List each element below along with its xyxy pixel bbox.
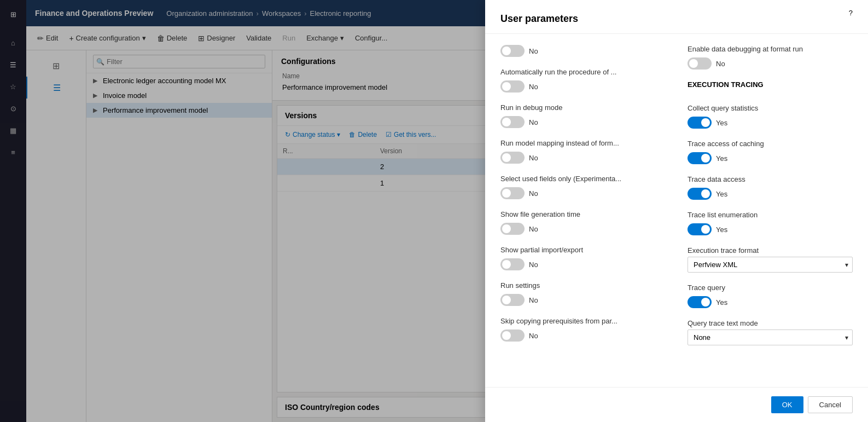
toggle-trace-list[interactable] [688, 223, 712, 235]
ok-button[interactable]: OK [771, 396, 803, 413]
dialog-content: No Automatically run the procedure of ..… [485, 34, 868, 387]
toggle-control-9: No [500, 329, 666, 342]
toggle-track-trace-query[interactable] [688, 296, 712, 308]
toggle-thumb-5 [502, 189, 511, 198]
toggle-6[interactable] [500, 223, 525, 235]
toggle-track-5[interactable] [500, 187, 525, 199]
toggle-row-collect-query: Collect query statistics Yes [688, 104, 853, 129]
toggle-row-trace-caching: Trace access of caching Yes [688, 140, 853, 164]
toggle-value-trace-caching: Yes [716, 154, 727, 163]
toggle-label-2: Automatically run the procedure of ... [500, 68, 666, 76]
toggle-value-6: No [529, 225, 538, 233]
toggle-track-trace-caching[interactable] [688, 152, 712, 164]
toggle-control-trace-query: Yes [688, 296, 853, 308]
toggle-label-3: Run in debug mode [500, 103, 666, 112]
toggle-control-1: No [500, 45, 666, 57]
overlay: ? User parameters No [0, 0, 868, 422]
toggle-thumb-trace-query [701, 298, 710, 307]
toggle-label-8: Run settings [500, 281, 666, 290]
toggle-value-3: No [529, 118, 538, 126]
toggle-track-1[interactable] [500, 45, 525, 57]
toggle-thumb-collect-query [701, 118, 710, 127]
toggle-value-7: No [529, 261, 538, 269]
toggle-control-collect-query: Yes [688, 117, 853, 129]
toggle-label-trace-query: Trace query [688, 284, 853, 292]
toggle-2[interactable] [500, 80, 525, 93]
dialog-left-col: No Automatically run the procedure of ..… [500, 45, 666, 376]
toggle-7[interactable] [500, 258, 525, 270]
help-icon[interactable]: ? [849, 9, 853, 17]
toggle-trace-data[interactable] [688, 188, 712, 200]
toggle-row-3: Run in debug mode No [500, 103, 666, 128]
toggle-label-trace-data: Trace data access [688, 175, 853, 183]
toggle-trace-query[interactable] [688, 296, 712, 308]
toggle-value-9: No [529, 332, 538, 340]
toggle-control-8: No [500, 294, 666, 306]
toggle-thumb-9 [502, 331, 511, 340]
toggle-label-6: Show file generation time [500, 210, 666, 218]
toggle-control-5: No [500, 187, 666, 199]
dialog-footer: OK Cancel [485, 387, 868, 422]
toggle-track-trace-list[interactable] [688, 223, 712, 235]
dialog-title: User parameters [485, 0, 868, 34]
toggle-row-7: Show partial import/export No [500, 246, 666, 270]
toggle-4[interactable] [500, 152, 525, 164]
user-parameters-dialog: ? User parameters No [485, 0, 868, 422]
toggle-value-8: No [529, 296, 538, 304]
toggle-trace-caching[interactable] [688, 152, 712, 164]
toggle-control-4: No [500, 152, 666, 164]
toggle-thumb-trace-data [701, 189, 710, 198]
toggle-thumb-7 [502, 260, 511, 269]
toggle-track-2[interactable] [500, 80, 525, 93]
toggle-row-9: Skip copying prerequisites from par... N… [500, 317, 666, 342]
toggle-1[interactable] [500, 45, 525, 57]
toggle-thumb-6 [502, 224, 511, 233]
toggle-value-collect-query: Yes [716, 119, 727, 127]
toggle-track-collect-query[interactable] [688, 117, 712, 129]
toggle-thumb-trace-caching [701, 154, 710, 163]
dialog-right-col: Enable data debugging at format run No E… [688, 45, 853, 376]
toggle-track-7[interactable] [500, 258, 525, 270]
toggle-8[interactable] [500, 294, 525, 306]
toggle-track-8[interactable] [500, 294, 525, 306]
toggle-track-enable-debug[interactable] [688, 57, 712, 70]
toggle-value-trace-query: Yes [716, 298, 727, 307]
toggle-label-trace-caching: Trace access of caching [688, 140, 853, 148]
toggle-control-2: No [500, 80, 666, 93]
toggle-track-3[interactable] [500, 116, 525, 128]
exec-format-select[interactable]: Perfview XML None [688, 257, 853, 273]
toggle-3[interactable] [500, 116, 525, 128]
toggle-value-trace-list: Yes [716, 226, 727, 234]
toggle-row-6: Show file generation time No [500, 210, 666, 235]
exec-format-wrapper: Perfview XML None ▾ [688, 257, 853, 273]
toggle-enable-debug[interactable] [688, 57, 712, 70]
toggle-track-9[interactable] [500, 329, 525, 342]
toggle-track-4[interactable] [500, 152, 525, 164]
toggle-row-5: Select used fields only (Experimenta... … [500, 175, 666, 199]
toggle-9[interactable] [500, 329, 525, 342]
toggle-row-trace-data: Trace data access Yes [688, 175, 853, 200]
toggle-value-5: No [529, 189, 538, 198]
toggle-track-6[interactable] [500, 223, 525, 235]
toggle-value-4: No [529, 154, 538, 162]
toggle-value-trace-data: Yes [716, 190, 727, 198]
toggle-row-1: No [500, 45, 666, 57]
toggle-row-trace-query: Trace query Yes [688, 284, 853, 308]
cancel-button[interactable]: Cancel [808, 396, 853, 413]
toggle-label-9: Skip copying prerequisites from par... [500, 317, 666, 325]
toggle-thumb-enable-debug [689, 59, 698, 68]
toggle-label-7: Show partial import/export [500, 246, 666, 254]
toggle-control-enable-debug: No [688, 57, 853, 70]
query-trace-mode-select[interactable]: None Perfview XML [688, 329, 853, 345]
toggle-label-5: Select used fields only (Experimenta... [500, 175, 666, 183]
toggle-thumb-trace-list [701, 225, 710, 234]
execution-tracing-title: EXECUTION TRACING [688, 80, 853, 89]
exec-format-label: Execution trace format [688, 246, 853, 255]
toggle-row-8: Run settings No [500, 281, 666, 306]
query-trace-mode-control: Query trace text mode None Perfview XML … [688, 319, 853, 345]
toggle-control-7: No [500, 258, 666, 270]
toggle-row-4: Run model mapping instead of form... No [500, 139, 666, 164]
toggle-5[interactable] [500, 187, 525, 199]
toggle-collect-query[interactable] [688, 117, 712, 129]
toggle-track-trace-data[interactable] [688, 188, 712, 200]
